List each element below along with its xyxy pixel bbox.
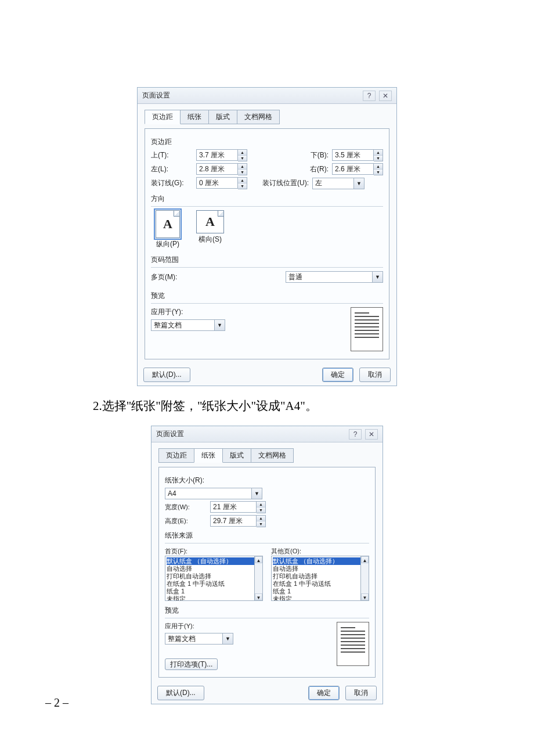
other-pages-listbox[interactable]: 默认纸盒 （自动选择） 自动选择 打印机自动选择 在纸盒 1 中手动送纸 纸盒 … <box>271 556 369 601</box>
orientation-landscape[interactable]: A 横向(S) <box>196 210 224 249</box>
close-button[interactable]: ✕ <box>365 429 378 440</box>
margin-top-label: 上(T): <box>151 150 193 160</box>
spin-buttons[interactable]: ▲▼ <box>238 177 247 189</box>
help-button[interactable]: ? <box>349 429 362 440</box>
preview-thumbnail <box>351 307 383 351</box>
gutter-pos-combo[interactable]: 左 <box>312 178 354 189</box>
list-item[interactable]: 未指定 <box>167 595 261 601</box>
preview-group-label: 预览 <box>151 291 383 301</box>
height-input[interactable]: 29.7 厘米 <box>210 515 257 527</box>
list-item[interactable]: 默认纸盒 （自动选择） <box>167 557 261 565</box>
apply-to-combo[interactable]: 整篇文档 <box>165 633 223 645</box>
width-label: 宽度(W): <box>165 503 207 512</box>
margin-right-input[interactable]: 2.6 厘米 <box>332 163 374 175</box>
close-button[interactable]: ✕ <box>379 91 392 101</box>
help-button[interactable]: ? <box>363 91 376 101</box>
dlg1-titlebar: 页面设置 ? ✕ <box>138 88 396 104</box>
tab-margins[interactable]: 页边距 <box>145 110 181 124</box>
dropdown-icon[interactable]: ▼ <box>252 488 262 499</box>
list-item[interactable]: 默认纸盒 （自动选择） <box>273 557 367 565</box>
other-pages-label: 其他页(O): <box>271 547 369 556</box>
list-item[interactable]: 打印机自动选择 <box>167 573 261 580</box>
preview-group-label: 预览 <box>165 606 369 615</box>
list-item[interactable]: 在纸盒 1 中手动送纸 <box>273 580 367 588</box>
margin-left-label: 左(L): <box>151 164 193 174</box>
dropdown-icon[interactable]: ▼ <box>223 633 233 645</box>
multipage-combo[interactable]: 普通 <box>286 271 373 283</box>
instruction-text: 2.选择"纸张"附签，"纸张大小"设成"A4"。 <box>93 398 534 414</box>
apply-to-combo[interactable]: 整篇文档 <box>151 319 215 331</box>
preview-thumbnail <box>337 622 369 666</box>
spin-buttons[interactable]: ▲▼ <box>238 149 247 161</box>
page-range-group-label: 页码范围 <box>151 255 383 265</box>
apply-to-label: 应用于(Y): <box>151 307 225 317</box>
orientation-group-label: 方向 <box>151 194 383 204</box>
cancel-button[interactable]: 取消 <box>359 368 391 382</box>
apply-to-label: 应用于(Y): <box>165 622 233 631</box>
gutter-input[interactable]: 0 厘米 <box>196 177 238 189</box>
width-input[interactable]: 21 厘米 <box>210 501 257 513</box>
multipage-label: 多页(M): <box>151 272 193 282</box>
tab-margins[interactable]: 页边距 <box>158 448 194 463</box>
ok-button[interactable]: 确定 <box>308 686 340 700</box>
paper-source-group-label: 纸张来源 <box>165 531 369 541</box>
margin-top-input[interactable]: 3.7 厘米 <box>196 149 238 161</box>
tab-layout[interactable]: 版式 <box>222 448 251 463</box>
tab-docgrid[interactable]: 文档网格 <box>251 448 294 463</box>
list-item[interactable]: 自动选择 <box>167 565 261 573</box>
spin-buttons[interactable]: ▲▼ <box>374 149 383 161</box>
margin-bottom-input[interactable]: 3.5 厘米 <box>332 149 374 161</box>
dlg2-titlebar: 页面设置 ? ✕ <box>151 426 383 442</box>
margin-right-label: 右(R): <box>296 164 329 174</box>
height-label: 高度(E): <box>165 517 207 525</box>
orientation-landscape-label: 横向(S) <box>196 235 224 244</box>
default-button[interactable]: 默认(D)... <box>143 368 190 382</box>
list-item[interactable]: 在纸盒 1 中手动送纸 <box>167 580 261 588</box>
list-item[interactable]: 纸盒 1 <box>273 588 367 595</box>
tab-docgrid[interactable]: 文档网格 <box>237 110 280 124</box>
orientation-portrait-label: 纵向(P) <box>156 239 180 249</box>
dlg2-tabs: 页边距 纸张 版式 文档网格 <box>158 448 376 463</box>
tab-paper[interactable]: 纸张 <box>180 110 209 124</box>
dlg1-tabs: 页边距 纸张 版式 文档网格 <box>145 110 389 124</box>
dropdown-icon[interactable]: ▼ <box>215 319 225 331</box>
paper-size-group-label: 纸张大小(R): <box>165 476 369 485</box>
list-item[interactable]: 自动选择 <box>273 565 367 573</box>
spin-buttons[interactable]: ▲▼ <box>257 501 266 513</box>
cancel-button[interactable]: 取消 <box>345 686 377 700</box>
list-item[interactable]: 纸盒 1 <box>167 588 261 595</box>
margin-bottom-label: 下(B): <box>296 150 329 160</box>
orientation-portrait[interactable]: A 纵向(P) <box>156 210 180 249</box>
tab-paper[interactable]: 纸张 <box>194 448 223 463</box>
first-page-label: 首页(F): <box>165 547 263 556</box>
dropdown-icon[interactable]: ▼ <box>373 271 383 283</box>
default-button[interactable]: 默认(D)... <box>157 686 204 700</box>
margin-left-input[interactable]: 2.8 厘米 <box>196 163 238 175</box>
page-number: – 2 – <box>45 696 68 710</box>
list-item[interactable]: 未指定 <box>273 595 367 601</box>
list-item[interactable]: 打印机自动选择 <box>273 573 367 580</box>
dlg2-title: 页面设置 <box>156 429 184 439</box>
print-options-button[interactable]: 打印选项(T)... <box>165 658 218 670</box>
spin-buttons[interactable]: ▲▼ <box>257 515 266 527</box>
ok-button[interactable]: 确定 <box>322 368 353 382</box>
dlg1-title: 页面设置 <box>142 91 170 100</box>
spin-buttons[interactable]: ▲▼ <box>374 163 383 175</box>
gutter-label: 装订线(G): <box>151 178 193 188</box>
paper-size-combo[interactable]: A4 <box>165 488 252 499</box>
dropdown-icon[interactable]: ▼ <box>354 178 365 189</box>
gutter-pos-label: 装订线位置(U): <box>251 178 309 188</box>
margins-group-label: 页边距 <box>151 137 383 147</box>
spin-buttons[interactable]: ▲▼ <box>238 163 247 175</box>
first-page-listbox[interactable]: 默认纸盒 （自动选择） 自动选择 打印机自动选择 在纸盒 1 中手动送纸 纸盒 … <box>165 556 263 601</box>
tab-layout[interactable]: 版式 <box>208 110 237 124</box>
